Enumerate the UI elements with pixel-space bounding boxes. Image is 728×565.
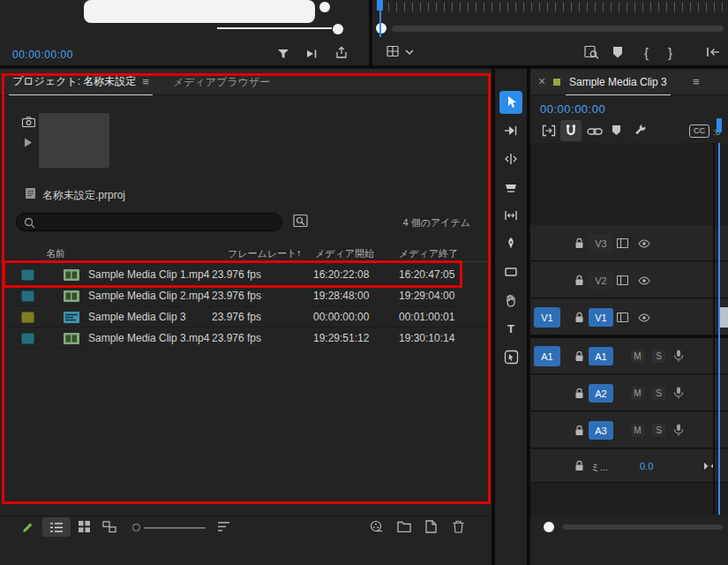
clip-name[interactable]: Sample Media Clip 2.mp4	[88, 290, 209, 302]
tab-media-browser[interactable]: メディアブラウザー	[169, 69, 274, 95]
clip-name[interactable]: Sample Media Clip 1.mp4	[88, 268, 209, 281]
column-media-start[interactable]: メディア開始	[315, 247, 374, 260]
edit-pencil-button[interactable]	[21, 521, 34, 534]
master-level-value[interactable]: 0.0	[640, 461, 653, 471]
track-output-eye-icon[interactable]	[638, 313, 650, 322]
track-v1[interactable]: V1 V1	[530, 299, 728, 335]
icon-view-button[interactable]	[78, 520, 91, 533]
column-name[interactable]: 名前	[46, 247, 65, 260]
label-color-chip[interactable]	[21, 333, 34, 344]
razor-tool[interactable]	[502, 178, 520, 196]
table-row-sequence[interactable]: Sample Media Clip 3 23.976 fps 00:00:00:…	[0, 306, 491, 328]
track-v3[interactable]: V3	[530, 225, 728, 261]
track-output-eye-icon[interactable]	[638, 276, 650, 285]
lock-icon[interactable]	[574, 237, 584, 249]
sort-ascending-icon[interactable]: ↑	[296, 247, 302, 258]
scroll-handle[interactable]	[333, 24, 343, 34]
zoom-slider-track[interactable]	[144, 527, 206, 529]
playhead-line[interactable]	[379, 0, 381, 37]
solo-button[interactable]: S	[652, 350, 665, 363]
label-color-chip[interactable]	[21, 312, 34, 323]
scroll-handle[interactable]	[544, 522, 554, 532]
panel-menu-icon[interactable]: ≡	[142, 75, 149, 88]
solo-button[interactable]: S	[652, 424, 665, 437]
selection-tool[interactable]	[499, 91, 522, 114]
timeline-panel-menu-icon[interactable]: ≡	[693, 75, 700, 88]
freeform-view-button[interactable]	[102, 520, 116, 533]
out-point-brace[interactable]: }	[668, 45, 672, 60]
tab-project[interactable]: プロジェクト: 名称未設定 ≡	[9, 69, 153, 95]
playhead-line[interactable]	[718, 143, 720, 515]
captions-badge[interactable]: CC	[689, 124, 709, 138]
preview-play-icon[interactable]	[24, 138, 33, 147]
list-view-button[interactable]	[42, 517, 71, 537]
clip-segment[interactable]	[720, 307, 728, 328]
object-selection-tool[interactable]	[502, 348, 520, 365]
sort-button[interactable]	[217, 521, 230, 532]
search-input[interactable]	[40, 215, 276, 230]
delete-button[interactable]	[452, 520, 465, 533]
horizontal-scrollbar[interactable]	[392, 26, 724, 32]
snap-toggle-button[interactable]	[560, 120, 582, 141]
pen-tool[interactable]	[502, 235, 520, 252]
lock-icon[interactable]	[574, 312, 584, 323]
track-v2[interactable]: V2	[530, 262, 728, 298]
hand-tool[interactable]	[502, 291, 520, 309]
track-select-forward-tool[interactable]	[502, 122, 520, 139]
zoom-slider-knob[interactable]	[132, 524, 140, 531]
clip-name[interactable]: Sample Media Clip 3.mp4	[88, 332, 209, 344]
track-target-a1[interactable]: A1	[589, 347, 613, 365]
column-media-end[interactable]: メディア終了	[399, 247, 458, 260]
lock-icon[interactable]	[574, 425, 584, 436]
play-in-to-out-icon[interactable]	[305, 47, 319, 61]
slip-tool[interactable]	[502, 207, 520, 224]
add-marker-button[interactable]	[612, 46, 623, 58]
rectangle-tool[interactable]	[502, 263, 520, 281]
ripple-edit-tool[interactable]	[502, 150, 520, 168]
find-button[interactable]	[293, 214, 308, 228]
new-bin-button[interactable]	[397, 521, 411, 532]
solo-button[interactable]: S	[652, 387, 665, 400]
table-row-clip2[interactable]: Sample Media Clip 2.mp4 23.976 fps 19:28…	[0, 285, 491, 306]
timeline-settings-button[interactable]	[634, 124, 647, 137]
source-patch-a1[interactable]: A1	[534, 346, 560, 366]
track-display-icon[interactable]	[617, 238, 628, 248]
lock-icon[interactable]	[574, 350, 584, 362]
track-target-v2[interactable]: V2	[589, 271, 613, 290]
timeline-horizontal-scrollbar[interactable]	[562, 524, 723, 530]
nest-toggle-button[interactable]	[542, 124, 556, 137]
sequence-name[interactable]: Sample Media Clip 3	[88, 311, 186, 323]
track-a3[interactable]: A3 M S	[530, 412, 728, 448]
type-tool[interactable]: T	[502, 320, 520, 337]
chevron-down-icon[interactable]	[405, 49, 414, 56]
table-row-clip3[interactable]: Sample Media Clip 3.mp4 23.976 fps 19:29…	[0, 328, 491, 349]
automate-to-sequence-button[interactable]	[369, 520, 383, 534]
go-to-in-button[interactable]	[706, 46, 721, 58]
track-display-icon[interactable]	[617, 275, 628, 285]
track-target-a3[interactable]: A3	[589, 421, 613, 440]
label-color-chip[interactable]	[21, 290, 34, 302]
scroll-handle[interactable]	[376, 23, 387, 34]
search-box[interactable]	[16, 213, 282, 231]
voiceover-mic-icon[interactable]	[673, 424, 684, 436]
playhead-marker[interactable]	[717, 118, 722, 132]
project-file-name[interactable]: 名称未設定.prproj	[42, 188, 125, 203]
poster-frame-camera-icon[interactable]	[22, 117, 35, 127]
add-marker-button[interactable]	[612, 124, 621, 136]
mute-button[interactable]: M	[631, 350, 644, 363]
new-item-button[interactable]	[425, 520, 437, 533]
mute-button[interactable]: M	[631, 387, 644, 400]
close-tab-icon[interactable]: ×	[538, 74, 545, 88]
voiceover-mic-icon[interactable]	[673, 350, 684, 362]
tab-sequence[interactable]: Sample Media Clip 3	[566, 69, 671, 95]
track-target-a2[interactable]: A2	[589, 384, 613, 403]
lock-icon[interactable]	[574, 460, 584, 471]
label-color-chip[interactable]	[21, 269, 34, 281]
voiceover-mic-icon[interactable]	[673, 387, 684, 399]
lock-icon[interactable]	[574, 388, 584, 399]
mute-button[interactable]: M	[631, 424, 644, 437]
track-target-v1[interactable]: V1	[589, 308, 613, 327]
zoom-to-frame-button[interactable]	[584, 45, 599, 59]
table-row-clip1[interactable]: Sample Media Clip 1.mp4 23.976 fps 16:20…	[0, 264, 491, 285]
zoom-scrollbar[interactable]	[84, 0, 315, 23]
